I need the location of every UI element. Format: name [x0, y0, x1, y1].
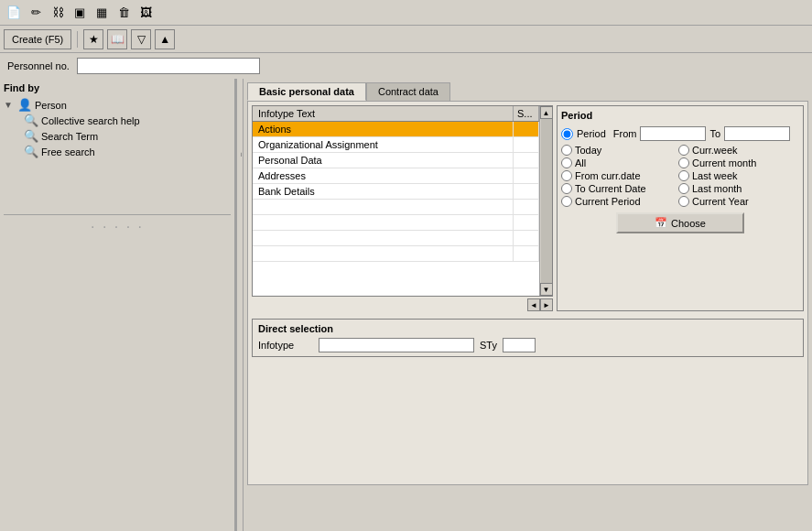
- radio-pair-5: Current Period Current Year: [561, 196, 799, 207]
- infotype-text-header: Infotype Text: [253, 106, 514, 121]
- table-row[interactable]: Bank Details: [253, 184, 539, 200]
- infotype-cell: Personal Data: [253, 153, 514, 168]
- resize-handle[interactable]: · · · · · · · · ·: [236, 79, 244, 531]
- radio-pair-4: To Current Date Last month: [561, 183, 799, 194]
- from-input[interactable]: [640, 126, 706, 141]
- delete-button[interactable]: 🗑: [114, 3, 134, 23]
- today-label: Today: [575, 145, 601, 156]
- free-search-item[interactable]: 🔍 Free search: [24, 144, 231, 159]
- tree-expand-icon: ▼: [4, 100, 15, 110]
- table-row[interactable]: Personal Data: [253, 153, 539, 168]
- create-shortcut: (F5): [45, 34, 63, 45]
- table-body: Actions Organizational Assignment: [253, 122, 539, 296]
- sidebar-dots: · · · · ·: [4, 219, 231, 235]
- scroll-down-button[interactable]: ▼: [540, 283, 553, 296]
- fromcurrdate-radio[interactable]: [561, 170, 572, 181]
- h-scroll-area: ◄ ►: [252, 298, 553, 311]
- person-node[interactable]: ▼ 👤 Person: [4, 97, 231, 113]
- personnel-input[interactable]: [77, 58, 260, 74]
- all-radio[interactable]: [561, 157, 572, 168]
- s-cell: [514, 137, 539, 152]
- direct-selection: Direct selection Infotype STy: [252, 319, 804, 357]
- table-row[interactable]: [253, 215, 539, 231]
- infotype-direct-input[interactable]: [319, 338, 474, 352]
- table-header: Infotype Text S...: [253, 106, 539, 122]
- star-button[interactable]: ★: [83, 29, 103, 49]
- infotype-cell: Bank Details: [253, 184, 514, 199]
- table-row[interactable]: Actions: [253, 122, 539, 137]
- tocurrentdate-radio[interactable]: [561, 183, 572, 194]
- table-scrollbar: ▲ ▼: [539, 106, 552, 296]
- direct-selection-title: Direct selection: [258, 323, 797, 334]
- filter-button[interactable]: ▽: [131, 29, 151, 49]
- table-row[interactable]: Addresses: [253, 168, 539, 184]
- infotype-label: Infotype: [258, 340, 313, 351]
- separator1: [77, 31, 78, 48]
- scroll-left-button[interactable]: ◄: [527, 298, 540, 311]
- s-cell: [514, 168, 539, 183]
- all-label: All: [575, 157, 586, 168]
- scroll-right-button[interactable]: ►: [540, 298, 553, 311]
- scroll-up-button[interactable]: ▲: [540, 106, 553, 119]
- image-button[interactable]: 🖼: [135, 3, 156, 23]
- person-icon: 👤: [17, 98, 32, 112]
- search-term-item[interactable]: 🔍 Search Term: [24, 128, 231, 144]
- sty-label: STy: [480, 340, 497, 351]
- currentyear-radio[interactable]: [678, 196, 689, 207]
- infotype-cell: Addresses: [253, 168, 514, 183]
- basic-personal-data-tab[interactable]: Basic personal data: [247, 82, 366, 101]
- lastweek-radio[interactable]: [678, 170, 689, 181]
- table-row[interactable]: Organizational Assignment: [253, 137, 539, 153]
- tocurrentdate-label: To Current Date: [575, 183, 646, 194]
- infotype-table: Infotype Text S... Actions: [252, 105, 553, 297]
- to-input[interactable]: [724, 126, 790, 141]
- scroll-track[interactable]: [541, 119, 552, 283]
- table-row[interactable]: [253, 231, 539, 246]
- table-row[interactable]: [253, 246, 539, 262]
- period-label: Period: [577, 128, 606, 139]
- infotype-cell: [253, 231, 514, 245]
- free-search-icon: 🔍: [24, 145, 38, 158]
- search-term-icon: 🔍: [24, 129, 38, 143]
- book-button[interactable]: 📖: [107, 29, 127, 49]
- today-radio[interactable]: [561, 145, 572, 156]
- s-cell: [514, 215, 539, 230]
- edit-button[interactable]: ✏: [26, 3, 46, 23]
- table-row[interactable]: [253, 200, 539, 215]
- s-header: S...: [514, 106, 539, 121]
- period-panel: Period Period From To: [557, 105, 804, 311]
- create-button[interactable]: Create (F5): [4, 29, 71, 49]
- choose-button[interactable]: 📅 Choose: [616, 212, 744, 233]
- period-radio[interactable]: [561, 128, 573, 140]
- radio-pair-2: All Current month: [561, 157, 799, 168]
- period-title: Period: [561, 110, 799, 121]
- s-cell: [514, 184, 539, 199]
- lastweek-label: Last week: [692, 170, 738, 181]
- today-option: Today: [561, 145, 671, 156]
- infotype-cell: [253, 246, 514, 261]
- tocurrentdate-option: To Current Date: [561, 183, 671, 194]
- infotype-cell: [253, 215, 514, 230]
- currweek-radio[interactable]: [678, 145, 689, 156]
- currentmonth-radio[interactable]: [678, 157, 689, 168]
- box2-button[interactable]: ▦: [92, 3, 112, 23]
- new-doc-button[interactable]: 📄: [4, 3, 24, 23]
- up-button[interactable]: ▲: [155, 29, 175, 49]
- action-bar: Create (F5) ★ 📖 ▽ ▲: [0, 26, 812, 53]
- link-button[interactable]: ⛓: [48, 3, 68, 23]
- calendar-icon: 📅: [655, 217, 667, 229]
- sty-input[interactable]: [503, 338, 536, 352]
- to-label: To: [709, 128, 720, 139]
- from-label: From: [613, 128, 637, 139]
- currentperiod-radio[interactable]: [561, 196, 572, 207]
- direct-selection-row: Infotype STy: [258, 338, 797, 352]
- currentperiod-label: Current Period: [575, 196, 641, 207]
- box1-button[interactable]: ▣: [70, 3, 90, 23]
- currentyear-option: Current Year: [678, 196, 788, 207]
- lastmonth-radio[interactable]: [678, 183, 689, 194]
- contract-data-tab[interactable]: Contract data: [366, 82, 450, 101]
- period-options: Today Curr.week All: [561, 145, 799, 207]
- currentperiod-option: Current Period: [561, 196, 671, 207]
- collective-search-item[interactable]: 🔍 Collective search help: [24, 113, 231, 128]
- s-cell: [514, 246, 539, 261]
